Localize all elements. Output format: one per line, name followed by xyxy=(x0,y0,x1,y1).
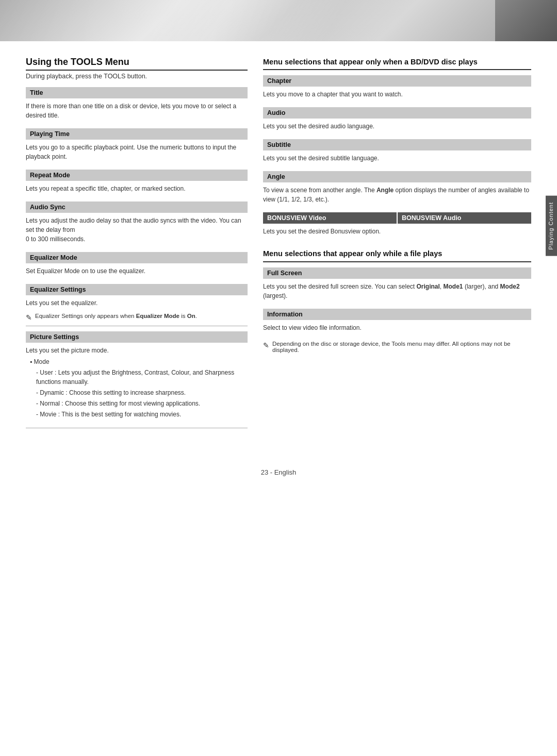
item-header-repeat-mode: Repeat Mode xyxy=(26,170,248,181)
item-header-subtitle: Subtitle xyxy=(263,139,531,150)
item-body-audio-sync: Lets you adjust the audio delay so that … xyxy=(26,215,248,247)
item-header-audio: Audio xyxy=(263,107,531,119)
item-header-chapter: Chapter xyxy=(263,75,531,87)
item-body-chapter: Lets you move to a chapter that you want… xyxy=(263,89,531,102)
section-subtitle: During playback, press the TOOLS button. xyxy=(26,73,248,80)
main-content: Using the TOOLS Menu During playback, pr… xyxy=(0,41,557,453)
item-body-picture-settings: Lets you set the picture mode. Mode User… xyxy=(26,345,248,424)
item-body-repeat-mode: Lets you repeat a specific title, chapte… xyxy=(26,183,248,196)
item-header-equalizer-settings: Equalizer Settings xyxy=(26,284,248,295)
footer-text: 23 - English xyxy=(261,468,297,476)
right-heading-disc: Menu selections that appear only when a … xyxy=(263,57,531,70)
footer: 23 - English xyxy=(0,468,557,486)
section-title: Using the TOOLS Menu xyxy=(26,57,248,71)
item-body-information: Select to view video file information. xyxy=(263,322,531,335)
item-header-playing-time: Playing Time xyxy=(26,128,248,140)
item-body-title: If there is more than one title on a dis… xyxy=(26,100,248,123)
left-separator xyxy=(26,326,248,326)
item-header-information: Information xyxy=(263,309,531,320)
right-note: ✎ Depending on the disc or storage devic… xyxy=(263,341,531,353)
mode-label: Mode xyxy=(30,357,248,366)
note-icon: ✎ xyxy=(26,313,32,322)
item-header-picture-settings: Picture Settings xyxy=(26,331,248,343)
side-tab-playing-content: Playing Content xyxy=(546,196,557,256)
item-header-audio-sync: Audio Sync xyxy=(26,201,248,213)
mode-normal: Normal : Choose this setting for most vi… xyxy=(30,399,248,408)
item-body-subtitle: Lets you set the desired subtitle langua… xyxy=(263,153,531,166)
bonusview-audio-header: BONUSVIEW Audio xyxy=(398,212,531,224)
right-heading-file: Menu selections that appear only while a… xyxy=(263,248,531,262)
header-accent xyxy=(495,0,557,41)
bonusview-header: BONUSVIEW Video BONUSVIEW Audio xyxy=(263,212,531,224)
item-body-equalizer-mode: Set Equalizer Mode on to use the equaliz… xyxy=(26,265,248,279)
bonusview-body: Lets you set the desired Bonusview optio… xyxy=(263,226,531,239)
left-separator-bottom xyxy=(26,428,248,428)
item-header-equalizer-mode: Equalizer Mode xyxy=(26,252,248,263)
item-header-full-screen: Full Screen xyxy=(263,267,531,279)
item-body-full-screen: Lets you set the desired full screen siz… xyxy=(263,281,531,304)
mode-user: User : Lets you adjust the Brightness, C… xyxy=(30,368,248,387)
item-header-angle: Angle xyxy=(263,171,531,182)
left-column: Using the TOOLS Menu During playback, pr… xyxy=(26,57,248,432)
mode-list: Mode User : Lets you adjust the Brightne… xyxy=(26,357,248,419)
equalizer-settings-note: ✎ Equalizer Settings only appears when E… xyxy=(26,313,248,322)
item-body-equalizer-settings: Lets you set the equalizer. xyxy=(26,297,248,311)
mode-movie: Movie : This is the best setting for wat… xyxy=(30,410,248,419)
item-body-audio: Lets you set the desired audio language. xyxy=(263,121,531,134)
mode-dynamic: Dynamic : Choose this setting to increas… xyxy=(30,388,248,397)
item-body-angle: To view a scene from another angle. The … xyxy=(263,184,531,207)
item-body-playing-time: Lets you go to a specific playback point… xyxy=(26,142,248,164)
bonusview-video-header: BONUSVIEW Video xyxy=(263,212,397,224)
item-header-title: Title xyxy=(26,87,248,98)
right-note-icon: ✎ xyxy=(263,341,269,349)
header-banner xyxy=(0,0,557,41)
right-column: Menu selections that appear only when a … xyxy=(263,57,531,432)
